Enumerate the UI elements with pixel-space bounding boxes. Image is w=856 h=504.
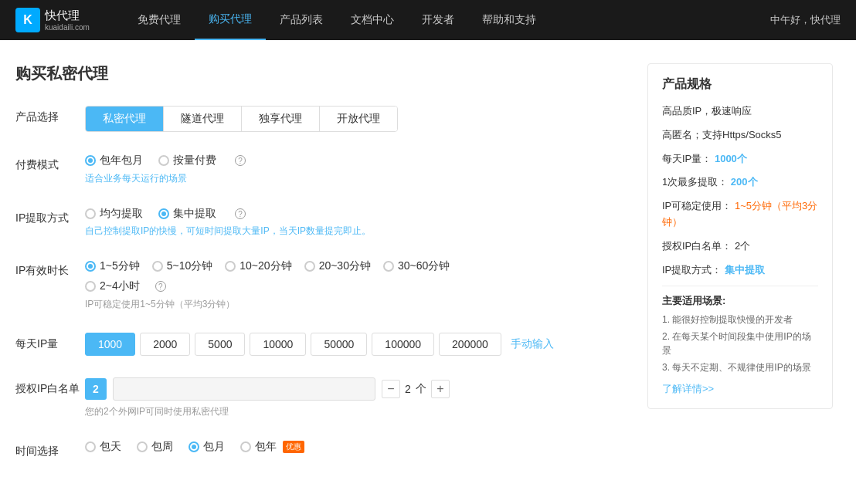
logo[interactable]: K 快代理 kuaidaili.com [15,8,100,32]
whitelist-row: 授权IP白名单 2 − 2 个 + 您的2个外网IP可同时使用私密代理 [15,377,617,418]
validity-20-30min-label: 20~30分钟 [319,259,371,273]
navbar: K 快代理 kuaidaili.com 免费代理 购买代理 产品列表 文档中心 … [0,0,856,40]
main-form: 购买私密代理 产品选择 私密代理 隧道代理 独享代理 开放代理 付费模式 [15,63,617,480]
page-title: 购买私密代理 [15,63,617,84]
ip-method-concentrated-radio[interactable] [158,208,169,219]
nav-product-list[interactable]: 产品列表 [266,0,337,40]
qty-10000[interactable]: 10000 [250,333,306,356]
validity-2-4h[interactable]: 2~4小时 [85,279,140,293]
payment-radio-group: 包年包月 按量付费 ? [85,154,617,167]
time-monthly-radio[interactable] [189,441,199,452]
ip-validity-radio-row2: 2~4小时 ? [85,279,617,293]
validity-30-60min-radio[interactable] [383,261,394,272]
validity-2-4h-label: 2~4小时 [100,279,140,293]
scene-item-2: 2. 在每天某个时间段集中使用IP的场景 [662,330,818,357]
payment-metered[interactable]: 按量付费 [158,154,216,167]
validity-hint-icon[interactable]: ? [155,281,166,292]
time-annual[interactable]: 包年 优惠 [240,440,304,454]
spec-max-extract: 1次最多提取： 200个 [662,174,818,191]
ip-validity-content: 1~5分钟 5~10分钟 10~20分钟 20~30分钟 [85,259,617,311]
time-daily-radio[interactable] [85,441,96,452]
qty-1000[interactable]: 1000 [85,333,135,356]
ip-validity-row: IP有效时长 1~5分钟 5~10分钟 10~20分钟 [15,259,617,311]
qty-5000[interactable]: 5000 [195,333,245,356]
time-radio-group: 包天 包周 包月 包年 优惠 [85,440,617,454]
time-weekly[interactable]: 包周 [137,440,173,454]
stepper-value: 2 [405,383,411,395]
ip-method-uniform-radio[interactable] [85,208,96,219]
nav-buy-proxy[interactable]: 购买代理 [195,0,266,40]
tab-tunnel-proxy[interactable]: 隧道代理 [164,107,242,131]
product-type-row: 产品选择 私密代理 隧道代理 独享代理 开放代理 [15,106,617,132]
payment-metered-radio[interactable] [158,155,169,166]
ip-validity-hint-text: IP可稳定使用1~5分钟（平均3分钟） [85,298,617,311]
time-annual-radio[interactable] [240,441,251,452]
validity-10-20min[interactable]: 10~20分钟 [225,259,291,273]
whitelist-input[interactable] [113,377,375,401]
payment-annual-radio[interactable] [85,155,96,166]
validity-10-20min-label: 10~20分钟 [239,259,291,273]
spec-daily-ip-label: 每天IP量： [662,153,712,164]
spec-daily-ip-value: 1000个 [715,153,747,164]
qty-2000[interactable]: 2000 [140,333,190,356]
validity-5-10min[interactable]: 5~10分钟 [152,259,213,273]
logo-sub: kuaidaili.com [45,23,90,32]
nav-help[interactable]: 帮助和支持 [468,0,550,40]
nav-user: 中午好，快代理 [770,13,841,27]
validity-20-30min-radio[interactable] [304,261,315,272]
spec-daily-ip: 每天IP量： 1000个 [662,151,818,167]
tab-open-proxy[interactable]: 开放代理 [320,107,397,131]
ip-method-content: 均匀提取 集中提取 ? 自己控制提取IP的快慢，可短时间提取大量IP，当天IP数… [85,207,617,238]
payment-annual[interactable]: 包年包月 [85,154,143,167]
validity-20-30min[interactable]: 20~30分钟 [304,259,371,273]
stepper: − 2 个 + [382,380,450,398]
scene-title: 主要适用场景: [662,294,818,308]
qty-50000[interactable]: 50000 [311,333,367,356]
nav-developer[interactable]: 开发者 [408,0,468,40]
qty-100000[interactable]: 100000 [372,333,434,356]
ip-method-hint-icon[interactable]: ? [235,208,246,219]
time-selection-row: 时间选择 包天 包周 包月 [15,440,617,458]
page-content: 购买私密代理 产品选择 私密代理 隧道代理 独享代理 开放代理 付费模式 [0,40,856,503]
validity-1-5min[interactable]: 1~5分钟 [85,259,140,273]
time-annual-badge: 优惠 [283,441,304,453]
nav-free-proxy[interactable]: 免费代理 [124,0,195,40]
whitelist-input-row: 2 − 2 个 + [85,377,617,401]
payment-metered-label: 按量付费 [173,154,216,167]
nav-docs[interactable]: 文档中心 [337,0,408,40]
ip-method-label: IP提取方式 [15,207,85,225]
ip-method-uniform[interactable]: 均匀提取 [85,207,143,221]
ip-method-concentrated[interactable]: 集中提取 [158,207,216,221]
qty-200000[interactable]: 200000 [439,333,501,356]
ip-method-row: IP提取方式 均匀提取 集中提取 ? 自己控制提取IP的快慢，可短时间提取大量I… [15,207,617,238]
manual-input-link[interactable]: 手动输入 [511,337,554,351]
validity-1-5min-radio[interactable] [85,261,96,272]
validity-5-10min-radio[interactable] [152,261,163,272]
validity-30-60min[interactable]: 30~60分钟 [383,259,450,273]
scene-item-3: 3. 每天不定期、不规律使用IP的场景 [662,360,818,374]
sidebar-title: 产品规格 [662,76,818,93]
time-weekly-radio[interactable] [137,441,148,452]
spec-extract-method-label: IP提取方式： [662,264,722,276]
ip-quantity-row: 每天IP量 1000 2000 5000 10000 50000 100000 … [15,333,617,356]
logo-text: 快代理 [45,8,80,22]
ip-method-concentrated-label: 集中提取 [173,207,216,221]
spec-whitelist-value: 2个 [735,240,750,252]
spec-quality: 高品质IP，极速响应 [662,103,818,120]
tab-private-proxy[interactable]: 私密代理 [86,107,164,131]
stepper-plus[interactable]: + [431,380,450,398]
spec-divider [662,286,818,286]
tab-exclusive-proxy[interactable]: 独享代理 [242,107,320,131]
validity-10-20min-radio[interactable] [225,261,236,272]
time-daily-label: 包天 [100,440,121,454]
spec-extract-method: IP提取方式： 集中提取 [662,262,818,279]
scene-item-1: 1. 能很好控制提取快慢的开发者 [662,313,818,326]
time-daily[interactable]: 包天 [85,440,121,454]
time-monthly[interactable]: 包月 [189,440,225,454]
stepper-minus[interactable]: − [382,380,400,398]
validity-2-4h-radio[interactable] [85,281,96,292]
time-annual-label: 包年 [255,440,277,454]
learn-more-link[interactable]: 了解详情>> [662,382,818,396]
payment-hint-icon[interactable]: ? [235,155,246,166]
whitelist-content: 2 − 2 个 + 您的2个外网IP可同时使用私密代理 [85,377,617,418]
